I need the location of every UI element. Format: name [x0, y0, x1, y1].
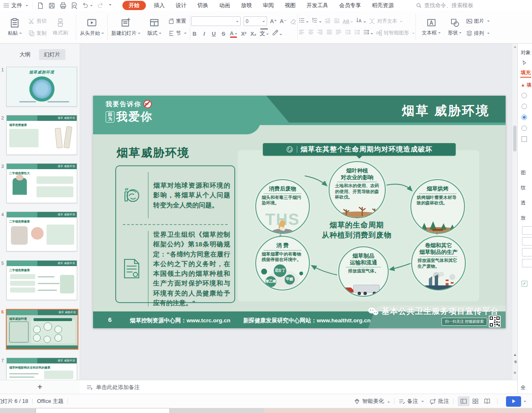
dropdown-clipped-4[interactable]	[522, 259, 532, 267]
play-slideshow-button[interactable]	[506, 396, 521, 407]
slide-thumbnail-6-current[interactable]: 烟草 威胁环境 烟草威胁环境	[6, 309, 78, 350]
tab-slides[interactable]: 幻灯片	[39, 49, 65, 60]
tab-member[interactable]: 会员专享	[334, 0, 366, 11]
slide-thumbnail-4[interactable]: 烟草 威胁环境 二手烟危害健康	[6, 212, 77, 251]
tab-slideshow[interactable]: 放映	[236, 0, 257, 11]
reset-button[interactable]: 重置	[168, 17, 187, 25]
new-slide-button[interactable]: 新建幻灯片	[111, 18, 140, 37]
font-name-select[interactable]	[191, 16, 241, 26]
previous-slide-chevrons[interactable]: «	[513, 360, 517, 365]
numbering-button[interactable]	[311, 17, 322, 25]
tab-design[interactable]: 设计	[170, 0, 192, 11]
slide-thumbnail-3[interactable]: 烟草 威胁环境 二手烟危害性大	[6, 163, 77, 203]
justify-button[interactable]	[326, 29, 332, 37]
font-color-button[interactable]: A	[230, 30, 237, 37]
superscript-button[interactable]: X²	[240, 31, 247, 37]
theme-name[interactable]: Office 主题	[37, 397, 63, 405]
decrease-indent-button[interactable]	[324, 17, 331, 25]
slide-6[interactable]: 我要告诉你 因为 我爱你 烟草 威胁环境 烟草威胁环境	[93, 96, 506, 328]
print-preview-button[interactable]	[71, 2, 78, 9]
redo-button[interactable]	[97, 2, 104, 9]
comments-button[interactable]: 批注	[430, 397, 449, 405]
rotate-with-shape-checkbox[interactable]: ✓	[522, 281, 527, 287]
dropdown-clipped-3[interactable]	[522, 248, 532, 256]
picture-button[interactable]: 图片	[466, 17, 490, 25]
align-center-button[interactable]	[308, 29, 314, 37]
tab-docer[interactable]: 稻壳资源	[366, 0, 399, 11]
tab-home[interactable]: 开始	[122, 1, 146, 10]
character-spacing-button[interactable]	[356, 17, 366, 25]
tab-animation[interactable]: 动画	[214, 0, 236, 11]
fill-pattern-checkbox[interactable]	[522, 136, 527, 142]
cut-button[interactable]: 剪切	[29, 17, 47, 25]
line-spacing-1-button[interactable]	[345, 29, 351, 37]
format-painter-button[interactable]: 格式刷	[48, 18, 73, 37]
underline-button[interactable]: U	[210, 31, 217, 37]
line-spacing-3-button[interactable]	[363, 29, 373, 37]
scrollbar-thumb[interactable]	[513, 125, 516, 152]
bullets-button[interactable]	[298, 17, 309, 25]
canvas-scrollbar[interactable]: ▲	[512, 43, 518, 380]
file-menu[interactable]: 文件	[0, 2, 32, 9]
tab-devtools[interactable]: 开发工具	[301, 0, 334, 11]
export-button[interactable]	[48, 2, 55, 9]
copy-button[interactable]: 复制	[29, 29, 47, 37]
scroll-up-icon[interactable]: ▲	[513, 45, 517, 49]
next-slide-chevrons[interactable]: «	[513, 371, 517, 375]
align-left-button[interactable]	[298, 29, 305, 37]
highlight-button[interactable]	[272, 29, 282, 38]
save-button[interactable]	[37, 2, 44, 9]
clear-format-icon[interactable]	[290, 18, 296, 25]
bold-button[interactable]: B	[191, 31, 198, 37]
shapes-button[interactable]: 形状	[445, 18, 465, 37]
layout-button[interactable]: 版式	[142, 18, 166, 37]
slide-thumbnail-7[interactable]: 烟草 威胁环境 烟草种植影响农业和农民的健康	[6, 358, 77, 380]
command-search[interactable]: 查找命令、搜索模板	[416, 2, 473, 9]
phonetic-guide-button[interactable]: 文	[260, 30, 269, 37]
dropdown-clipped-2[interactable]	[522, 237, 532, 246]
smart-beautify-button[interactable]: 智能美化	[354, 397, 390, 405]
slide-thumbnail-5[interactable]: 烟草 威胁环境 二手烟危害健康	[6, 260, 77, 300]
decrease-font-button[interactable]: A⁻	[280, 18, 286, 24]
distribute-button[interactable]	[335, 29, 342, 37]
reading-view-button[interactable]	[481, 396, 493, 406]
play-from-start-button[interactable]: 从头开始	[80, 18, 104, 37]
font-size-select[interactable]: 0	[244, 16, 267, 26]
increase-font-button[interactable]: A⁺	[270, 18, 277, 24]
paste-button[interactable]: 粘贴	[3, 18, 27, 37]
to-smartart-button[interactable]: 转智能图形	[376, 29, 415, 37]
dropdown-clipped-1[interactable]	[522, 226, 532, 235]
add-slide-button[interactable]: +	[37, 382, 42, 392]
arrange-button[interactable]: 排列	[466, 29, 490, 37]
fill-tab[interactable]: 填充	[521, 69, 531, 76]
italic-button[interactable]: I	[201, 31, 208, 37]
tab-review[interactable]: 审阅	[257, 0, 279, 11]
line-spacing-2-button[interactable]	[354, 29, 360, 37]
increase-indent-button[interactable]	[334, 17, 340, 25]
slide-sorter-view-button[interactable]	[470, 396, 481, 406]
strike-button[interactable]: S	[220, 31, 227, 37]
textbox-button[interactable]: 文本框	[419, 18, 444, 37]
tab-view[interactable]: 视图	[279, 0, 301, 11]
align-text-button[interactable]: 对齐文本	[369, 17, 402, 26]
fill-radio-solid[interactable]	[522, 104, 527, 109]
notes-bar[interactable]: 单击此处添加备注	[80, 380, 518, 394]
slide-thumbnail-2[interactable]: 烟草 威胁环境 烟草危害健康	[6, 115, 77, 155]
fill-radio-picture[interactable]	[522, 125, 527, 131]
notes-toggle-button[interactable]: 备注	[399, 397, 424, 405]
tab-outline[interactable]: 大纲	[15, 49, 36, 60]
section-button[interactable]: 节	[168, 29, 187, 37]
scroll-up-small-icon[interactable]: ▴	[513, 352, 517, 356]
play-options-icon[interactable]	[524, 401, 526, 403]
fill-radio-none[interactable]	[522, 93, 527, 98]
undo-button[interactable]	[82, 2, 93, 9]
fill-radio-gradient[interactable]	[522, 115, 527, 120]
tab-transition[interactable]: 切换	[192, 0, 214, 11]
undo-dropdown-icon[interactable]	[90, 5, 93, 8]
fill-section-header[interactable]: ▲ 填	[521, 82, 531, 88]
slide-thumbnail-1[interactable]: 烟草威胁环境	[6, 67, 77, 107]
normal-view-button[interactable]	[458, 396, 470, 406]
print-button[interactable]	[60, 2, 67, 9]
subscript-button[interactable]: X₂	[250, 31, 257, 37]
align-right-button[interactable]	[317, 29, 323, 37]
